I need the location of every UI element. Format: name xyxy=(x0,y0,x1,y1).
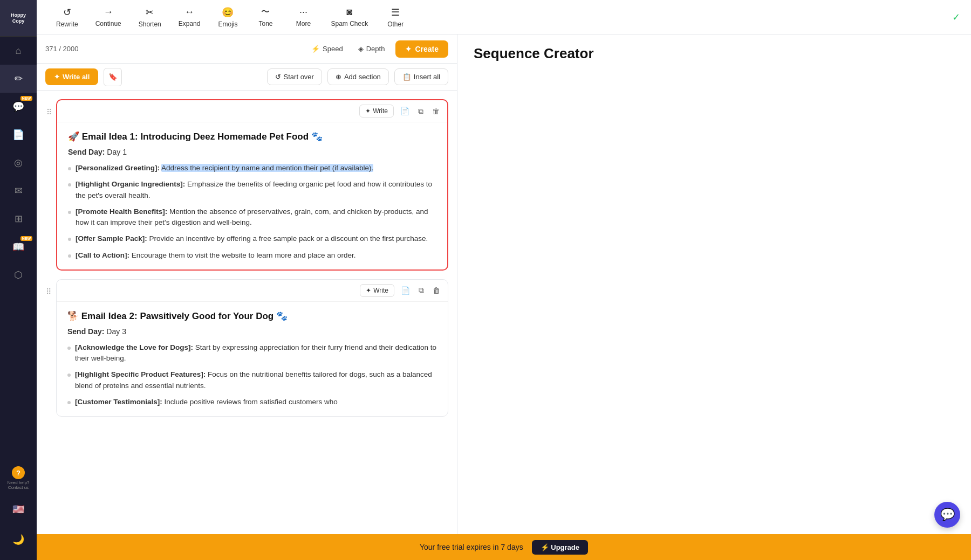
bookmark-button[interactable]: 🔖 xyxy=(104,68,122,86)
card-delete-button-1[interactable]: 🗑 xyxy=(430,106,442,116)
create-icon: ✦ xyxy=(405,45,412,53)
sidebar-item-cube[interactable]: ⬡ xyxy=(0,261,37,289)
speed-button[interactable]: ⚡ Speed xyxy=(307,43,347,55)
cube-icon: ⬡ xyxy=(14,269,23,281)
expand-button[interactable]: ↔ Expand xyxy=(170,2,209,32)
sidebar-item-chat[interactable]: 💬 NEW xyxy=(0,93,37,121)
card-toolbar-1: ✦ Write 📄 ⧉ 🗑 xyxy=(57,100,447,122)
card-content-1: 🚀 Email Idea 1: Introducing Deez Homemad… xyxy=(57,122,447,269)
card-write-button-2[interactable]: ✦ Write xyxy=(360,284,394,297)
bullet-dot xyxy=(67,347,71,350)
card-copy-button-1[interactable]: 📄 xyxy=(398,106,412,116)
speed-label: Speed xyxy=(323,45,343,53)
chat-icon: 💬 xyxy=(12,101,24,113)
help-section[interactable]: ? Need help? Contact us xyxy=(4,463,33,493)
app-body: 371 / 2000 ⚡ Speed ◈ Depth ✦ Create xyxy=(37,34,971,560)
tone-button[interactable]: 〜 Tone xyxy=(247,2,284,32)
email-icon: ✉ xyxy=(15,185,23,197)
shorten-icon: ✂ xyxy=(146,6,154,18)
help-label: Need help? xyxy=(8,480,30,485)
chat-bubble-icon: 💬 xyxy=(940,508,955,522)
card-write-icon-2: ✦ xyxy=(366,287,371,294)
list-item: [Highlight Organic Ingredients]: Emphasi… xyxy=(68,179,436,201)
bullet-dot xyxy=(68,211,71,214)
emojis-button[interactable]: 😊 Emojis xyxy=(209,2,247,32)
write-all-button[interactable]: ✦ Write all xyxy=(45,68,98,85)
circle-icon: ◎ xyxy=(14,157,23,169)
more-button[interactable]: ··· More xyxy=(284,2,322,32)
send-day-label-1: Send Day: xyxy=(68,148,105,156)
sidebar-item-flag[interactable]: 🇺🇸 xyxy=(0,495,37,523)
list-item: [Offer Sample Pack]: Provide an incentiv… xyxy=(68,233,436,244)
bullet-label: [Highlight Specific Product Features]: xyxy=(75,370,206,378)
sidebar-item-circle[interactable]: ◎ xyxy=(0,149,37,177)
chat-bubble-button[interactable]: 💬 xyxy=(934,502,960,528)
start-over-button[interactable]: ↺ Start over xyxy=(267,68,322,85)
create-button[interactable]: ✦ Create xyxy=(395,40,448,58)
card-write-label-2: Write xyxy=(373,287,388,294)
contact-label: Contact us xyxy=(8,485,29,490)
emojis-label: Emojis xyxy=(218,20,237,28)
sidebar-item-email[interactable]: ✉ xyxy=(0,177,37,205)
email-card-2: ⠿ ✦ Write 📄 ⧉ 🗑 xyxy=(56,279,448,417)
expand-icon: ↔ xyxy=(184,6,194,18)
sidebar-item-apps[interactable]: ⊞ xyxy=(0,205,37,233)
send-day-label-2: Send Day: xyxy=(67,327,104,336)
word-count: 371 / 2000 xyxy=(45,45,78,53)
upgrade-button[interactable]: ⚡ Upgrade xyxy=(532,540,588,555)
tone-icon: 〜 xyxy=(261,6,270,18)
ai-toolbar: ↺ Rewrite → Continue ✂ Shorten ↔ Expand … xyxy=(37,0,971,34)
flag-icon: 🇺🇸 xyxy=(12,503,24,515)
new-badge: NEW xyxy=(20,96,32,101)
bullet-label: [Personalized Greeting]: xyxy=(76,164,160,172)
card-duplicate-button-2[interactable]: ⧉ xyxy=(416,285,426,296)
rewrite-label: Rewrite xyxy=(56,20,78,28)
sidebar-item-home[interactable]: ⌂ xyxy=(0,37,37,65)
other-button[interactable]: ☰ Other xyxy=(377,2,414,32)
create-label: Create xyxy=(415,45,439,53)
depth-label: Depth xyxy=(366,45,385,53)
card-content-2: 🐕 Email Idea 2: Pawsitively Good for You… xyxy=(57,302,448,416)
card-duplicate-button-1[interactable]: ⧉ xyxy=(416,106,426,117)
email-bullets-2: [Acknowledge the Love for Dogs]: Start b… xyxy=(67,342,437,407)
add-section-button[interactable]: ⊕ Add section xyxy=(327,68,389,85)
top-toolbar: 371 / 2000 ⚡ Speed ◈ Depth ✦ Create xyxy=(37,34,457,64)
sidebar-item-theme[interactable]: 🌙 xyxy=(0,526,37,554)
right-panel: Sequence Creator xyxy=(457,34,971,560)
bullet-label: [Call to Action]: xyxy=(76,251,129,259)
sidebar-item-book[interactable]: 📖 NEW xyxy=(0,233,37,261)
bullet-dot xyxy=(68,254,71,258)
sidebar-item-docs[interactable]: 📄 xyxy=(0,121,37,149)
sidebar-item-edit[interactable]: ✏ xyxy=(0,65,37,93)
highlighted-text: Address the recipient by name and mentio… xyxy=(161,164,373,172)
rewrite-icon: ↺ xyxy=(63,6,71,18)
list-item: [Highlight Specific Product Features]: F… xyxy=(67,369,437,391)
rewrite-button[interactable]: ↺ Rewrite xyxy=(47,2,87,32)
bullet-label: [Offer Sample Pack]: xyxy=(76,234,147,243)
trial-banner: Your free trial expires in 7 days ⚡ Upgr… xyxy=(37,534,971,560)
bullet-label: [Customer Testimonials]: xyxy=(75,398,162,406)
shorten-button[interactable]: ✂ Shorten xyxy=(130,2,170,32)
card-delete-button-2[interactable]: 🗑 xyxy=(430,285,442,296)
card-copy-button-2[interactable]: 📄 xyxy=(399,285,412,296)
left-panel: 371 / 2000 ⚡ Speed ◈ Depth ✦ Create xyxy=(37,34,457,560)
depth-button[interactable]: ◈ Depth xyxy=(354,43,389,55)
drag-handle-1[interactable]: ⠿ xyxy=(46,108,52,116)
home-icon: ⌂ xyxy=(16,45,22,57)
bullet-label: [Highlight Organic Ingredients]: xyxy=(76,180,185,188)
delete-icon-1: 🗑 xyxy=(432,107,440,115)
spam-check-button[interactable]: ◙ Spam Check xyxy=(322,2,377,32)
app-wrapper: ↺ Rewrite → Continue ✂ Shorten ↔ Expand … xyxy=(37,0,971,560)
duplicate-icon-1: ⧉ xyxy=(418,107,423,115)
email-bullets-1: [Personalized Greeting]: Address the rec… xyxy=(68,163,436,261)
drag-handle-2[interactable]: ⠿ xyxy=(46,287,51,296)
more-label: More xyxy=(296,20,311,27)
insert-all-icon: 📋 xyxy=(402,73,411,81)
docs-icon: 📄 xyxy=(12,129,24,141)
continue-button[interactable]: → Continue xyxy=(87,2,130,32)
app-logo[interactable]: Hoppy Copy xyxy=(0,0,37,37)
book-icon: 📖 xyxy=(12,241,24,253)
card-write-button-1[interactable]: ✦ Write xyxy=(359,105,394,117)
insert-all-button[interactable]: 📋 Insert all xyxy=(394,68,448,85)
shorten-label: Shorten xyxy=(139,20,161,28)
